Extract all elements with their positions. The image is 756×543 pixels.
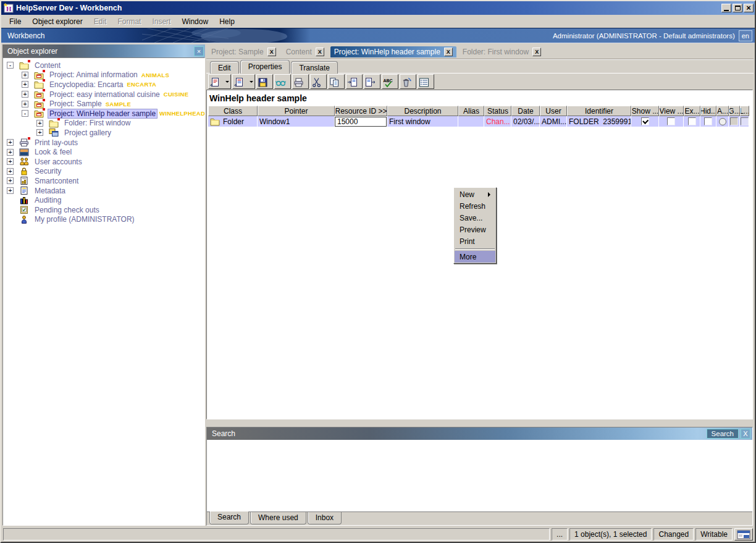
radio-button[interactable] — [719, 118, 726, 125]
search-button[interactable]: Search — [707, 429, 739, 439]
tree-item-auditing[interactable]: Auditing — [3, 195, 204, 205]
plus-expander-icon[interactable]: + — [7, 187, 14, 194]
context-menu-refresh[interactable]: Refresh — [455, 200, 495, 212]
column-header-g[interactable]: G... — [729, 106, 740, 116]
column-header-show[interactable]: Show ... — [631, 106, 659, 116]
tree-item-user-accounts[interactable]: +User accounts — [3, 157, 204, 167]
copy-button[interactable] — [328, 74, 345, 89]
plus-expander-icon[interactable]: + — [7, 158, 14, 165]
status-more-button[interactable]: ... — [552, 528, 568, 541]
column-header-resource-id[interactable]: Resource ID >> — [335, 106, 387, 116]
plus-expander-icon[interactable]: + — [22, 91, 28, 98]
preview-button[interactable] — [274, 74, 291, 89]
column-header-user[interactable]: User — [540, 106, 567, 116]
document-tab-project-sample[interactable]: Project: SampleX — [208, 46, 280, 57]
plus-expander-icon[interactable]: + — [22, 101, 28, 107]
column-header-alias[interactable]: Alias — [458, 106, 484, 116]
delete-button[interactable] — [400, 74, 416, 89]
close-button[interactable]: × — [744, 4, 754, 12]
menu-object-explorer[interactable]: Object explorer — [27, 16, 88, 27]
tree-item-project-gallery[interactable]: +Project gallery — [3, 128, 204, 138]
language-button[interactable]: en — [739, 30, 752, 41]
context-menu-save[interactable]: Save... — [455, 212, 495, 224]
insert-button[interactable] — [232, 74, 255, 89]
column-header-ex[interactable]: Ex... — [684, 106, 700, 116]
bottom-tab-where-used[interactable]: Where used — [250, 512, 306, 524]
details-button[interactable] — [418, 74, 434, 89]
plus-expander-icon[interactable]: + — [22, 81, 28, 88]
tree-item-my-profile-administrator[interactable]: My profile (ADMINISTRATOR) — [3, 215, 204, 225]
check-in-button[interactable] — [346, 74, 363, 89]
document-tab-folder-first-window[interactable]: Folder: First windowX — [459, 46, 545, 57]
check-out-button[interactable] — [364, 74, 380, 89]
tree-item-pending-check-outs[interactable]: Pending check outs — [3, 205, 204, 215]
tree-item-folder-first-window[interactable]: +Folder: First window — [3, 119, 204, 128]
context-menu-more[interactable]: More — [455, 251, 495, 263]
minus-expander-icon[interactable]: - — [7, 62, 14, 69]
plus-expander-icon[interactable]: + — [7, 168, 14, 175]
context-menu-new[interactable]: New — [455, 188, 495, 200]
tree-item-content[interactable]: -Content — [3, 61, 204, 70]
tree-item-look-feel[interactable]: +Look & feel — [3, 147, 204, 157]
tab-properties[interactable]: Properties — [240, 60, 290, 74]
plus-expander-icon[interactable]: + — [7, 139, 14, 146]
dropdown-arrow-icon[interactable] — [250, 81, 253, 85]
tree-item-smartcontent[interactable]: +Smartcontent — [3, 176, 204, 186]
tree-item-encyclopedia-encarta[interactable]: +Encyclopedia: EncartaENCARTA — [3, 80, 204, 90]
column-header-view[interactable]: View ... — [659, 106, 684, 116]
plus-expander-icon[interactable]: + — [7, 177, 14, 184]
column-header-status[interactable]: Status — [484, 106, 511, 116]
tab-edit[interactable]: Edit — [210, 61, 239, 74]
maximize-button[interactable] — [733, 4, 742, 12]
close-tab-icon[interactable]: X — [316, 48, 324, 56]
menu-help[interactable]: Help — [214, 16, 240, 27]
checkbox[interactable] — [704, 117, 712, 125]
dropdown-arrow-icon[interactable] — [225, 81, 229, 85]
tree-item-project-animal-information[interactable]: +Project: Animal informationANIMALS — [3, 70, 204, 80]
column-header-a[interactable]: A... — [716, 106, 729, 116]
checkbox[interactable] — [741, 117, 749, 125]
close-tab-icon[interactable]: X — [532, 48, 541, 56]
column-header-pointer[interactable]: Pointer — [258, 106, 335, 116]
menu-file[interactable]: File — [4, 16, 27, 27]
column-header-hid[interactable]: Hid... — [700, 106, 716, 116]
checkbox[interactable] — [688, 117, 696, 125]
plus-expander-icon[interactable]: + — [22, 72, 28, 78]
new-button[interactable] — [208, 74, 231, 89]
context-menu-preview[interactable]: Preview — [455, 224, 495, 235]
tree-item-print-lay-outs[interactable]: +Print lay-outs — [3, 138, 204, 148]
tree-item-project-winhelp-header-sample[interactable]: -Project: WinHelp header sampleWINHELPHE… — [3, 109, 204, 119]
minimize-button[interactable] — [721, 4, 731, 12]
column-header-date[interactable]: Date — [511, 106, 540, 116]
tree-item-project-sample[interactable]: +Project: SampleSAMPLE — [3, 99, 204, 109]
column-header-l[interactable]: L... — [740, 106, 749, 116]
tree-item-security[interactable]: +Security — [3, 167, 204, 177]
search-panel-close-button[interactable]: X — [741, 429, 750, 439]
close-tab-icon[interactable]: X — [267, 48, 276, 56]
minus-expander-icon[interactable]: - — [22, 110, 28, 117]
column-header-description[interactable]: Description — [387, 106, 458, 116]
document-tab-content[interactable]: ContentX — [282, 46, 328, 57]
tree-item-project-easy-international-cuisine[interactable]: +Project: easy international cuisineCUIS… — [3, 90, 204, 99]
checkbox[interactable] — [667, 117, 675, 125]
plus-expander-icon[interactable]: + — [7, 149, 14, 156]
print-button[interactable] — [292, 74, 309, 89]
object-explorer-close-button[interactable]: × — [194, 46, 204, 56]
bottom-tab-inbox[interactable]: Inbox — [308, 512, 342, 524]
bottom-tab-search[interactable]: Search — [209, 511, 249, 524]
plus-expander-icon[interactable]: + — [36, 129, 43, 136]
plus-expander-icon[interactable]: + — [36, 120, 43, 127]
resource-id-input[interactable] — [335, 117, 387, 127]
cut-button[interactable] — [310, 74, 327, 89]
save-button[interactable] — [256, 74, 273, 89]
close-tab-icon[interactable]: X — [444, 48, 453, 56]
checkbox[interactable] — [641, 117, 649, 125]
tree-item-metadata[interactable]: +Metadata — [3, 186, 204, 196]
context-menu-print[interactable]: Print — [455, 235, 495, 247]
column-header-class[interactable]: Class — [208, 106, 258, 116]
menu-window[interactable]: Window — [176, 16, 214, 27]
document-tab-project-winhelp-header-sample[interactable]: Project: WinHelp header sampleX — [330, 46, 456, 57]
spell-check-button[interactable]: ABC — [382, 74, 398, 89]
column-header-identifier[interactable]: Identifier — [567, 106, 631, 116]
tab-translate[interactable]: Translate — [291, 61, 338, 74]
